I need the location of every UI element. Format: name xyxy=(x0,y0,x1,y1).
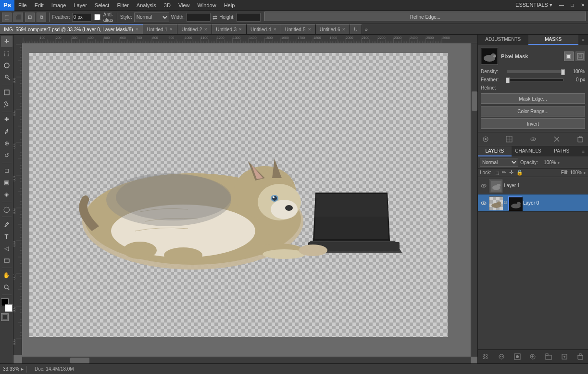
paths-tab[interactable]: PATHS xyxy=(545,146,578,156)
tool-options-btn2[interactable]: ⬛ xyxy=(13,13,23,22)
layer-effects-btn[interactable] xyxy=(497,352,506,361)
channels-tab[interactable]: CHANNELS xyxy=(512,146,545,156)
density-slider[interactable] xyxy=(507,70,563,73)
pen-tool[interactable] xyxy=(1,219,13,230)
tab-close-2[interactable]: ✕ xyxy=(204,27,208,32)
tab-close-active[interactable]: ✕ xyxy=(135,27,139,32)
tab-1[interactable]: Untitled-1 ✕ xyxy=(143,24,178,34)
tool-options-btn4[interactable]: ⧉ xyxy=(37,13,46,22)
new-layer-btn[interactable] xyxy=(560,352,569,361)
tab-overflow-button[interactable]: » xyxy=(362,24,371,34)
menu-file[interactable]: File xyxy=(14,1,31,9)
opacity-arrow[interactable]: ▸ xyxy=(558,160,560,165)
hand-tool[interactable]: ✋ xyxy=(1,270,13,281)
layers-panel-menu-btn[interactable]: ≡ xyxy=(578,146,588,156)
shape-tool[interactable] xyxy=(1,255,13,266)
dodge-tool[interactable]: ◯ xyxy=(1,204,13,215)
new-group-btn[interactable] xyxy=(544,352,553,361)
feather-input[interactable] xyxy=(72,13,91,22)
lasso-tool[interactable] xyxy=(1,60,13,71)
new-adjustment-btn[interactable] xyxy=(528,352,538,361)
width-input[interactable] xyxy=(187,13,211,22)
minimize-button[interactable]: — xyxy=(556,0,567,11)
tab-7[interactable]: U xyxy=(350,24,362,34)
tab-close-5[interactable]: ✕ xyxy=(308,27,312,32)
height-input[interactable] xyxy=(237,13,261,22)
menu-window[interactable]: Window xyxy=(194,1,220,9)
menu-help[interactable]: Help xyxy=(220,1,239,9)
lock-move-icon[interactable]: ✛ xyxy=(509,169,513,176)
canvas-scroll[interactable] xyxy=(22,43,471,357)
tab-2[interactable]: Untitled-2 ✕ xyxy=(177,24,212,34)
lock-transparent-icon[interactable]: ⬚ xyxy=(494,169,499,176)
layer-visibility-1[interactable] xyxy=(480,182,488,190)
antialias-checkbox[interactable] xyxy=(94,14,100,20)
tab-3[interactable]: Untitled-3 ✕ xyxy=(212,24,247,34)
h-scroll-thumb[interactable] xyxy=(70,358,89,363)
zoom-tool[interactable] xyxy=(1,282,13,293)
tab-close-1[interactable]: ✕ xyxy=(169,27,173,32)
v-scroll-thumb[interactable] xyxy=(472,91,477,111)
workspace-selector[interactable]: ESSENTIALS ▾ xyxy=(512,1,556,9)
blend-mode-select[interactable]: Normal Dissolve Multiply Screen Overlay xyxy=(480,158,518,167)
menu-select[interactable]: Select xyxy=(91,1,113,9)
lock-paint-icon[interactable]: ✏ xyxy=(502,169,506,176)
blur-tool[interactable]: ◈ xyxy=(1,189,13,200)
panel-menu-btn[interactable]: ≡ xyxy=(578,35,588,45)
crop-tool[interactable] xyxy=(1,87,13,98)
tab-4[interactable]: Untitled-4 ✕ xyxy=(247,24,281,34)
mask-edge-button[interactable]: Mask Edge... xyxy=(481,93,585,104)
close-button[interactable]: ✕ xyxy=(577,0,588,11)
invert-button[interactable]: Invert xyxy=(481,118,585,129)
menu-image[interactable]: Image xyxy=(48,1,70,9)
apply-mask-icon[interactable] xyxy=(504,134,514,144)
fill-arrow[interactable]: ▸ xyxy=(584,170,586,175)
path-tool[interactable]: ◁ xyxy=(1,243,13,254)
history-tool[interactable]: ↺ xyxy=(1,150,13,161)
tab-6[interactable]: Untitled-6 ✕ xyxy=(316,24,350,34)
adjustments-tab[interactable]: ADJUSTMENTS xyxy=(478,35,528,45)
move-tool[interactable]: ✛ xyxy=(1,36,13,47)
vertical-scrollbar[interactable] xyxy=(471,43,477,357)
horizontal-scrollbar[interactable] xyxy=(22,357,471,363)
menu-layer[interactable]: Layer xyxy=(70,1,91,9)
menu-3d[interactable]: 3D xyxy=(160,1,175,9)
link-layers-btn[interactable]: ⛓ xyxy=(481,352,490,361)
brush-tool[interactable] xyxy=(1,126,13,137)
stamp-tool[interactable]: ⊕ xyxy=(1,138,13,149)
tab-5[interactable]: Untitled-5 ✕ xyxy=(281,24,316,34)
disable-mask-icon[interactable] xyxy=(552,134,562,144)
maximize-button[interactable]: □ xyxy=(567,0,577,11)
type-tool[interactable]: T xyxy=(1,231,13,242)
masks-tab[interactable]: MASKS xyxy=(528,35,579,45)
quickselect-tool[interactable] xyxy=(1,72,13,83)
feather-thumb[interactable] xyxy=(506,77,510,83)
view-mask-icon[interactable] xyxy=(528,134,538,144)
mask-icon-vector[interactable] xyxy=(575,52,585,61)
eraser-tool[interactable]: ◻ xyxy=(1,165,13,176)
color-range-button[interactable]: Color Range... xyxy=(481,106,585,116)
tab-active[interactable]: IMG_5594-computer7.psd @ 33.3% (Layer 0,… xyxy=(0,24,143,34)
filter-mask-icon[interactable] xyxy=(481,134,490,144)
tab-close-6[interactable]: ✕ xyxy=(342,27,346,32)
layer-item-0[interactable]: ⛓ Layer 0 xyxy=(478,194,588,212)
marquee-tool[interactable]: ⬚ xyxy=(1,48,13,59)
layer-item-1[interactable]: Layer 1 xyxy=(478,177,588,194)
tab-close-3[interactable]: ✕ xyxy=(238,27,242,32)
eyedrop-tool[interactable] xyxy=(1,99,13,110)
mask-icon-pixel[interactable] xyxy=(564,52,574,61)
lock-all-icon[interactable]: 🔒 xyxy=(516,169,523,176)
tool-options-btn1[interactable]: ⬚ xyxy=(2,13,12,22)
layers-tab[interactable]: LAYERS xyxy=(478,146,512,156)
menu-analysis[interactable]: Analysis xyxy=(133,1,160,9)
tool-options-btn3[interactable]: ⊡ xyxy=(25,13,35,22)
style-select[interactable]: Normal Fixed Ratio Fixed Size xyxy=(134,13,169,22)
delete-mask-icon[interactable] xyxy=(575,134,585,144)
heal-tool[interactable]: ✚ xyxy=(1,114,13,125)
menu-view[interactable]: View xyxy=(175,1,194,9)
refine-edge-button[interactable]: Refine Edge... xyxy=(264,12,586,21)
standard-mode-button[interactable] xyxy=(1,313,9,321)
menu-filter[interactable]: Filter xyxy=(113,1,132,9)
layer-mask-btn[interactable] xyxy=(513,352,522,361)
tab-close-4[interactable]: ✕ xyxy=(273,27,277,32)
